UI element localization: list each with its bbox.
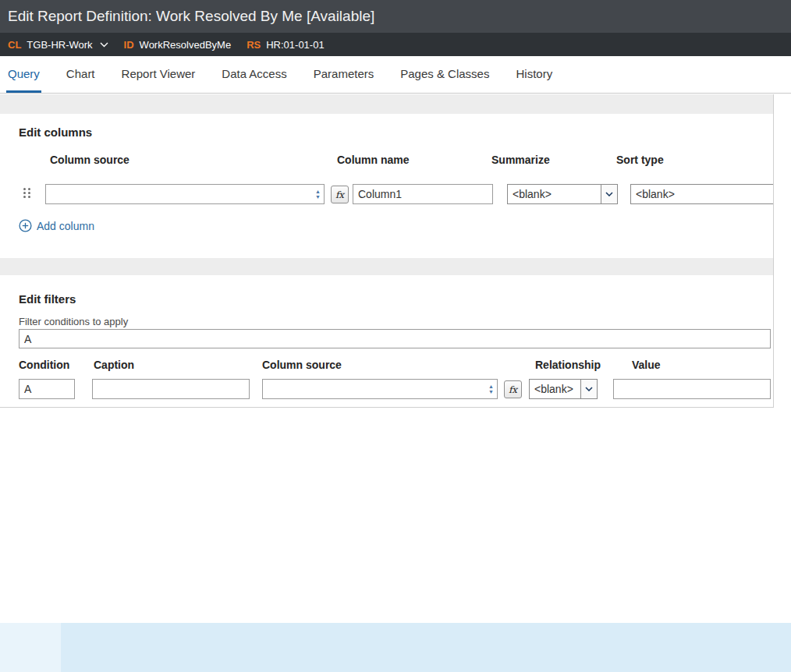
sort-type-select[interactable]: <blank>: [630, 184, 774, 204]
content-panel: Edit columns Column source Column name S…: [0, 94, 774, 408]
add-column-button[interactable]: Add column: [19, 219, 94, 232]
fx-icon: fx: [335, 189, 344, 200]
footer-bar: [0, 623, 791, 672]
tab-chart[interactable]: Chart: [65, 56, 97, 93]
class-value: TGB-HR-Work: [27, 39, 92, 51]
tab-pages-classes[interactable]: Pages & Classes: [399, 56, 491, 93]
stepper-icon[interactable]: ▲ ▼: [312, 185, 324, 203]
tab-data-access[interactable]: Data Access: [220, 56, 288, 93]
stepper-up-icon[interactable]: ▲: [488, 384, 494, 389]
dropdown-arrow-icon[interactable]: [601, 185, 617, 203]
tab-bar: Query Chart Report Viewer Data Access Pa…: [0, 56, 791, 94]
fx-button[interactable]: fx: [331, 186, 349, 203]
stepper-down-icon[interactable]: ▼: [488, 389, 494, 394]
class-dropdown[interactable]: CL TGB-HR-Work: [8, 39, 108, 51]
class-key-label: CL: [8, 39, 21, 51]
filter-column-source-input[interactable]: [263, 380, 485, 398]
ruleset-value: HR:01-01-01: [266, 39, 324, 51]
ruleset-group: RS HR:01-01-01: [247, 39, 325, 51]
drag-handle-icon[interactable]: [23, 188, 33, 200]
rule-id-group: ID WorkResolvedByMe: [124, 39, 232, 51]
column-source-field: ▲ ▼: [45, 184, 325, 204]
filter-column-source-field: ▲ ▼: [262, 379, 498, 399]
value-input[interactable]: [613, 379, 771, 399]
edit-filters-heading: Edit filters: [19, 292, 76, 306]
footer-left-segment: [0, 623, 61, 672]
summarize-selected-value: <blank>: [508, 185, 601, 203]
tab-history[interactable]: History: [514, 56, 554, 93]
meta-bar: CL TGB-HR-Work ID WorkResolvedByMe RS HR…: [0, 33, 791, 56]
plus-circle-icon: [19, 219, 32, 232]
caption-input[interactable]: [92, 379, 250, 399]
ruleset-key-label: RS: [247, 39, 261, 51]
fx-icon: fx: [509, 384, 517, 395]
value-header: Value: [632, 359, 661, 371]
filter-conditions-input[interactable]: [19, 329, 771, 348]
condition-input[interactable]: [19, 379, 75, 399]
section-divider: [0, 258, 774, 275]
stepper-up-icon[interactable]: ▲: [315, 189, 321, 194]
relationship-header: Relationship: [535, 359, 601, 371]
sort-type-header: Sort type: [616, 154, 664, 166]
tab-report-viewer[interactable]: Report Viewer: [120, 56, 197, 93]
relationship-select[interactable]: <blank>: [529, 379, 598, 399]
filter-conditions-label: Filter conditions to apply: [19, 316, 128, 327]
tab-parameters[interactable]: Parameters: [312, 56, 376, 93]
stepper-icon[interactable]: ▲ ▼: [485, 380, 497, 398]
column-name-input[interactable]: [353, 184, 493, 204]
id-value: WorkResolvedByMe: [140, 39, 232, 51]
condition-header: Condition: [19, 359, 69, 371]
caption-header: Caption: [94, 359, 134, 371]
id-key-label: ID: [124, 39, 134, 51]
tab-query[interactable]: Query: [6, 56, 41, 93]
add-column-label: Add column: [37, 220, 94, 232]
column-source-input[interactable]: [46, 185, 312, 203]
stepper-down-icon[interactable]: ▼: [315, 194, 321, 200]
filter-column-source-header: Column source: [262, 359, 342, 371]
title-bar: Edit Report Definition: Work Resolved By…: [0, 0, 791, 33]
sort-type-selected-value: <blank>: [631, 185, 774, 203]
relationship-selected-value: <blank>: [530, 380, 580, 398]
chevron-down-icon[interactable]: [100, 42, 108, 48]
section-divider: [0, 94, 774, 114]
column-source-header: Column source: [50, 154, 129, 166]
dropdown-arrow-icon[interactable]: [580, 380, 597, 398]
edit-columns-heading: Edit columns: [19, 126, 92, 139]
column-name-header: Column name: [337, 154, 410, 166]
summarize-header: Summarize: [491, 154, 550, 166]
filter-fx-button[interactable]: fx: [504, 380, 522, 398]
page-title: Edit Report Definition: Work Resolved By…: [8, 8, 374, 25]
summarize-select[interactable]: <blank>: [507, 184, 618, 204]
